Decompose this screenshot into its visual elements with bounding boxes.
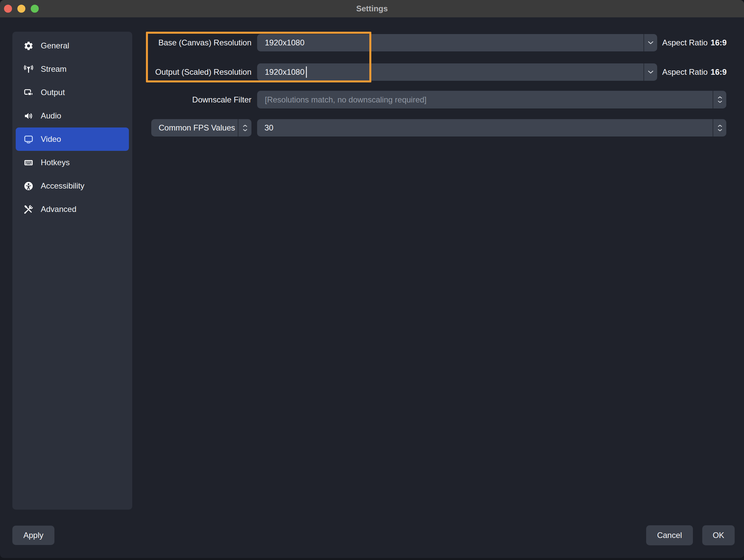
base-aspect-ratio: Aspect Ratio16:9 (662, 34, 727, 51)
sidebar-item-label: Video (41, 134, 61, 144)
fps-type-value: Common FPS Values (159, 119, 235, 136)
sidebar-item-label: Output (41, 88, 65, 97)
apply-button[interactable]: Apply (12, 526, 54, 545)
accessibility-person-icon (23, 181, 34, 191)
sidebar-item-hotkeys[interactable]: Hotkeys (16, 151, 129, 174)
settings-window: Settings General Stream Output (0, 0, 744, 558)
chevron-down-icon (718, 101, 722, 103)
tools-icon (23, 204, 34, 214)
keyboard-icon (23, 158, 34, 168)
fps-value-spinner[interactable] (713, 119, 726, 136)
sidebar-item-audio[interactable]: Audio (16, 104, 129, 127)
screen-camera-icon (23, 87, 34, 98)
downscale-filter-label: Downscale Filter (146, 91, 252, 109)
aspect-ratio-label: Aspect Ratio (662, 68, 708, 77)
downscale-filter-spinner[interactable] (713, 91, 726, 109)
chevron-up-icon (718, 96, 722, 99)
sidebar-item-output[interactable]: Output (16, 81, 129, 104)
chevron-down-icon (648, 70, 654, 74)
sidebar-item-label: Advanced (41, 205, 76, 214)
aspect-ratio-value: 16:9 (711, 68, 727, 77)
output-resolution-value: 1920x1080 (265, 64, 304, 81)
aspect-ratio-label: Aspect Ratio (662, 38, 708, 47)
sidebar-item-label: Stream (41, 65, 67, 74)
window-title: Settings (0, 0, 744, 17)
monitor-icon (23, 134, 34, 145)
chevron-down-icon (648, 41, 654, 44)
fps-type-spinner[interactable] (238, 119, 252, 136)
output-aspect-ratio: Aspect Ratio16:9 (662, 64, 727, 81)
sidebar-item-accessibility[interactable]: Accessibility (16, 174, 129, 198)
title-bar: Settings (0, 0, 744, 17)
speaker-icon (23, 111, 34, 121)
sidebar-item-label: Hotkeys (41, 158, 70, 167)
chevron-down-icon (243, 129, 248, 131)
sidebar-item-video[interactable]: Video (16, 127, 129, 151)
sidebar-item-general[interactable]: General (16, 34, 129, 57)
fps-type-select[interactable]: Common FPS Values (151, 119, 252, 136)
settings-sidebar: General Stream Output (12, 32, 132, 510)
chevron-down-icon (718, 129, 722, 131)
sidebar-item-label: Audio (41, 111, 61, 120)
output-resolution-dropdown-button[interactable] (643, 64, 657, 81)
base-resolution-combobox[interactable]: 1920x1080 (257, 34, 657, 51)
sidebar-item-advanced[interactable]: Advanced (16, 198, 129, 221)
base-resolution-dropdown-button[interactable] (643, 34, 657, 51)
output-resolution-label: Output (Scaled) Resolution (146, 64, 252, 81)
gear-icon (23, 41, 34, 51)
output-resolution-combobox[interactable]: 1920x1080 (257, 64, 657, 81)
cancel-button[interactable]: Cancel (646, 525, 693, 545)
chevron-up-icon (243, 124, 248, 127)
chevron-up-icon (718, 124, 722, 127)
sidebar-item-label: Accessibility (41, 181, 84, 191)
aspect-ratio-value: 16:9 (711, 38, 727, 47)
fps-value-select[interactable]: 30 (257, 119, 726, 136)
sidebar-item-stream[interactable]: Stream (16, 57, 129, 81)
sidebar-item-label: General (41, 41, 69, 50)
text-caret (306, 67, 307, 78)
fps-value: 30 (264, 119, 273, 136)
downscale-filter-select[interactable]: [Resolutions match, no downscaling requi… (257, 91, 726, 109)
base-resolution-label: Base (Canvas) Resolution (146, 34, 252, 51)
downscale-filter-value: [Resolutions match, no downscaling requi… (265, 91, 426, 109)
base-resolution-value: 1920x1080 (265, 34, 304, 51)
ok-button[interactable]: OK (702, 525, 735, 545)
broadcast-antenna-icon (23, 64, 34, 74)
